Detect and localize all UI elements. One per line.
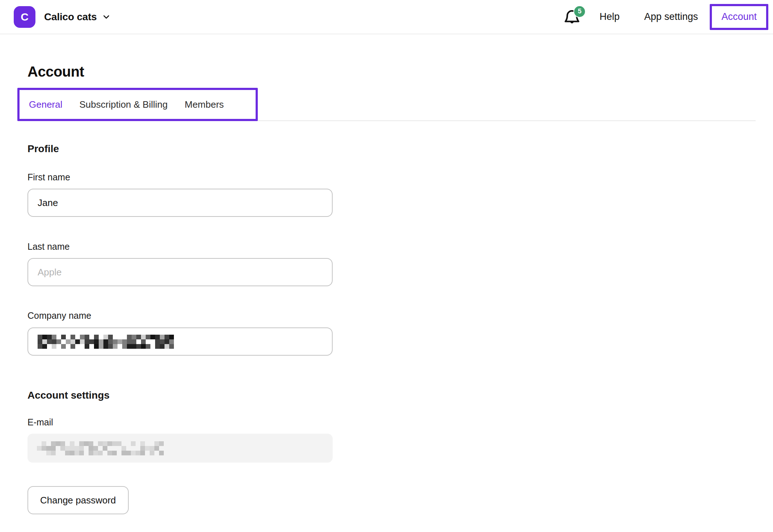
account-settings-heading: Account settings [27,390,110,401]
email-input-disabled [27,434,333,463]
chevron-down-icon[interactable] [102,12,111,22]
tab-general[interactable]: General [29,99,63,110]
tabs-annotation-box: General Subscription & Billing Members [17,88,258,121]
first-name-input[interactable] [27,189,333,217]
account-settings-page: C Calico cats 5 Help App settings Accoun… [0,0,773,532]
tab-members[interactable]: Members [185,99,224,110]
last-name-input[interactable] [27,258,333,286]
company-name-redacted-value [38,335,174,349]
email-label: E-mail [27,417,53,428]
email-redacted-value [37,441,164,455]
profile-section-heading: Profile [27,143,59,155]
workspace-logo[interactable]: C [14,6,35,28]
page-title: Account [27,64,84,80]
last-name-label: Last name [27,241,70,252]
notification-badge: 5 [573,5,586,18]
change-password-button[interactable]: Change password [27,486,129,514]
company-name-label: Company name [27,310,91,321]
top-navbar: C Calico cats 5 Help App settings Accoun… [0,0,773,34]
company-name-input[interactable] [27,327,333,356]
tab-subscription-billing[interactable]: Subscription & Billing [80,99,168,110]
workspace-name[interactable]: Calico cats [44,11,97,23]
nav-app-settings[interactable]: App settings [644,11,698,22]
notifications-button[interactable]: 5 [563,6,583,28]
workspace-logo-letter: C [21,11,29,23]
nav-help[interactable]: Help [599,11,620,22]
notification-count: 5 [578,8,581,15]
first-name-label: First name [27,172,70,183]
nav-account[interactable]: Account [721,11,757,22]
account-annotation-box: Account [710,4,768,30]
